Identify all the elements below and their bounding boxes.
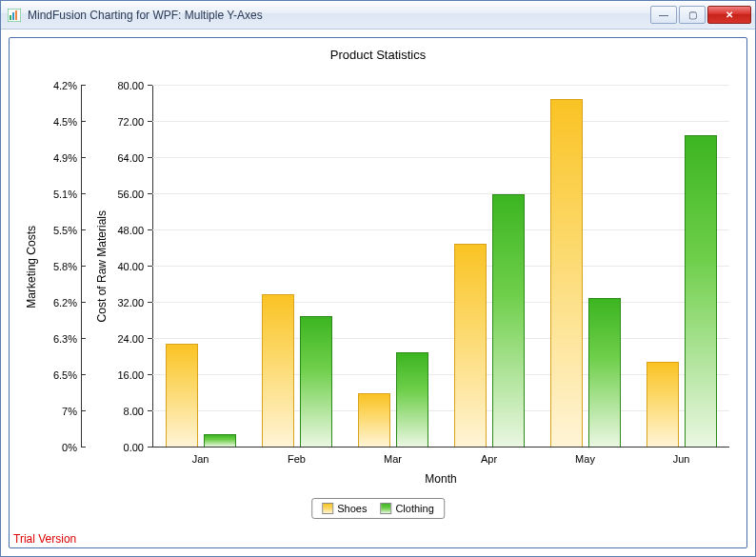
y1-tick-label: 4.5% <box>53 116 77 128</box>
y2-tick-label: 32.00 <box>117 297 144 308</box>
y1-tick-label: 6.3% <box>53 333 77 345</box>
window-buttons: — ▢ ✕ <box>648 6 751 24</box>
y1-tick-label: 7% <box>62 406 77 417</box>
chart-panel: Product Statistics Marketing Costs 0%7%6… <box>9 37 747 548</box>
plot-area: JanFebMarAprMayJun <box>152 86 729 448</box>
y2-tick-label: 40.00 <box>117 261 144 272</box>
y1-tick-label: 4.9% <box>53 152 77 164</box>
y2-tick-label: 64.00 <box>117 152 144 164</box>
legend-item-shoes: Shoes <box>322 503 367 514</box>
y2-tick-label: 8.00 <box>124 406 144 417</box>
y2-tick-label: 56.00 <box>117 189 144 200</box>
y2-tick-label: 24.00 <box>117 333 144 345</box>
clothing-bar[interactable] <box>492 194 525 448</box>
trial-version-label: Trial Version <box>13 532 76 546</box>
y1-tick-label: 0% <box>62 442 77 453</box>
legend-label-shoes: Shoes <box>337 503 367 514</box>
y2-axis-line <box>152 86 153 448</box>
app-icon <box>7 8 22 23</box>
svg-rect-3 <box>15 10 17 20</box>
x-category-label: Apr <box>481 453 497 465</box>
clothing-bar[interactable] <box>300 316 332 448</box>
x-axis-line <box>152 447 729 448</box>
y2-tick-label: 80.00 <box>117 80 144 91</box>
app-window: MindFusion Charting for WPF: Multiple Y-… <box>0 0 756 557</box>
y1-tick-label: 6.5% <box>53 369 77 381</box>
maximize-button[interactable]: ▢ <box>679 6 706 24</box>
client-area: Product Statistics Marketing Costs 0%7%6… <box>1 30 755 556</box>
y2-tick-label: 0.00 <box>124 442 144 453</box>
y2-ticks: 0.008.0016.0024.0032.0040.0048.0056.0064… <box>109 86 148 448</box>
clothing-bar[interactable] <box>204 434 236 448</box>
y2-tick-label: 48.00 <box>117 225 144 236</box>
clothing-bar[interactable] <box>588 298 621 448</box>
chart-title: Product Statistics <box>10 38 746 62</box>
y1-tick-label: 5.5% <box>53 225 77 236</box>
y1-tick-label: 5.1% <box>53 189 77 200</box>
shoes-bar[interactable] <box>166 344 198 448</box>
y2-tick-label: 72.00 <box>117 116 144 128</box>
legend-label-clothing: Clothing <box>395 503 433 514</box>
legend: Shoes Clothing <box>311 498 445 519</box>
y2-tick-label: 16.00 <box>117 369 144 381</box>
x-axis-label: Month <box>152 472 729 486</box>
x-category-label: Mar <box>384 453 402 465</box>
shoes-bar[interactable] <box>550 99 583 448</box>
y1-tick-label: 4.2% <box>53 80 77 91</box>
clothing-bar[interactable] <box>396 352 428 448</box>
close-button[interactable]: ✕ <box>707 6 751 24</box>
swatch-clothing-icon <box>380 503 391 514</box>
window-title: MindFusion Charting for WPF: Multiple Y-… <box>28 9 648 22</box>
y1-tick-label: 5.8% <box>53 261 77 272</box>
x-category-label: Feb <box>288 453 306 465</box>
clothing-bar[interactable] <box>685 135 717 448</box>
svg-rect-1 <box>10 15 11 20</box>
y1-ticks: 0%7%6.5%6.3%6.2%5.8%5.5%5.1%4.9%4.5%4.2% <box>43 86 81 448</box>
swatch-shoes-icon <box>322 503 333 514</box>
y2-axis-label: Cost of Raw Materials <box>95 86 109 448</box>
legend-item-clothing: Clothing <box>380 503 433 514</box>
shoes-bar[interactable] <box>262 294 294 448</box>
shoes-bar[interactable] <box>358 393 390 448</box>
y1-tick-label: 6.2% <box>53 297 77 308</box>
shoes-bar[interactable] <box>454 244 487 448</box>
x-category-label: May <box>575 453 595 465</box>
minimize-button[interactable]: — <box>650 6 677 24</box>
titlebar[interactable]: MindFusion Charting for WPF: Multiple Y-… <box>1 1 755 30</box>
y1-axis-label: Marketing Costs <box>25 86 38 448</box>
x-category-label: Jun <box>673 453 690 465</box>
shoes-bar[interactable] <box>647 362 679 448</box>
y1-axis-line <box>81 86 82 448</box>
x-category-label: Jan <box>192 453 209 465</box>
svg-rect-2 <box>12 12 14 20</box>
